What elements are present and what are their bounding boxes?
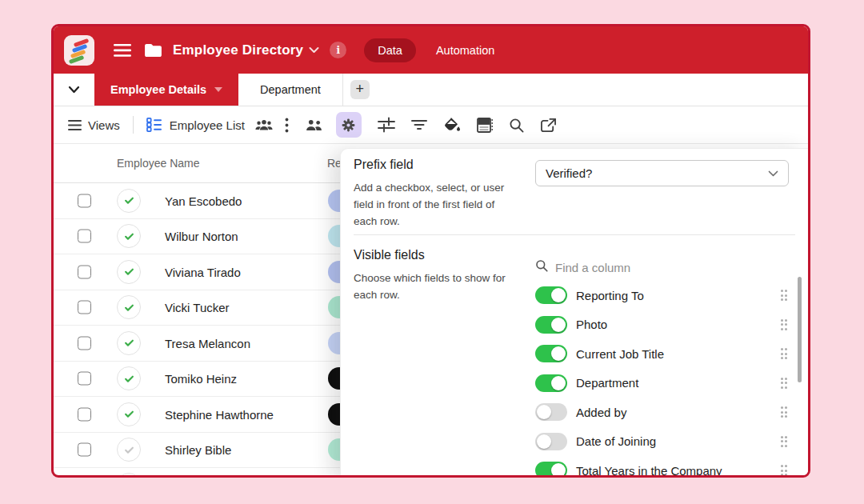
- verified-check-circle[interactable]: [117, 224, 141, 248]
- employee-name-cell[interactable]: Tomiko Heinz: [165, 372, 237, 386]
- verified-check-circle[interactable]: [117, 402, 141, 426]
- visible-field-row[interactable]: Photo: [535, 310, 800, 340]
- column-header-employee-name[interactable]: Employee Name: [117, 157, 200, 170]
- settings-gear-icon: [341, 118, 356, 133]
- visible-field-row[interactable]: Date of Joining: [535, 427, 800, 457]
- check-icon: [123, 302, 135, 314]
- drag-handle-icon[interactable]: [781, 319, 788, 330]
- fill-color-bucket-icon[interactable]: [443, 117, 461, 133]
- verified-check-circle[interactable]: [117, 473, 141, 478]
- check-icon: [123, 408, 135, 420]
- tab-dropdown-caret-icon[interactable]: [214, 87, 222, 92]
- workspace-title[interactable]: Employee Directory: [173, 42, 303, 58]
- drag-handle-icon[interactable]: [781, 378, 788, 389]
- toggle-knob: [551, 288, 566, 302]
- search-icon[interactable]: [509, 118, 524, 133]
- row-checkbox[interactable]: [78, 265, 91, 278]
- drag-handle-icon[interactable]: [781, 465, 788, 476]
- find-column-search[interactable]: [535, 255, 731, 279]
- main-menu-icon[interactable]: [114, 44, 131, 57]
- info-icon[interactable]: i: [330, 42, 346, 58]
- row-settings-sliders-icon[interactable]: [378, 117, 395, 133]
- field-label: Total Years in the Company: [576, 464, 781, 478]
- field-toggle[interactable]: [535, 316, 567, 334]
- field-toggle[interactable]: [535, 462, 567, 478]
- visible-field-row[interactable]: Current Job Title: [535, 339, 800, 369]
- row-checkbox[interactable]: [78, 372, 91, 386]
- verified-check-circle[interactable]: [117, 189, 141, 213]
- workspace-chevron-down-icon[interactable]: [309, 46, 319, 54]
- check-icon: [123, 230, 135, 242]
- toolbar-divider: [133, 116, 134, 134]
- drag-handle-icon[interactable]: [781, 436, 788, 447]
- row-checkbox[interactable]: [78, 336, 91, 350]
- employee-name-cell[interactable]: Vicki Tucker: [165, 301, 230, 314]
- views-label: Views: [88, 118, 120, 132]
- drag-handle-icon[interactable]: [781, 290, 788, 301]
- verified-check-circle[interactable]: [117, 260, 141, 284]
- employee-name-cell[interactable]: Wilbur Norton: [165, 230, 238, 243]
- row-checkbox[interactable]: [78, 230, 91, 243]
- row-checkbox[interactable]: [78, 194, 91, 207]
- field-toggle[interactable]: [535, 433, 567, 450]
- check-icon: [123, 444, 135, 456]
- sheet-tab-bar: Employee Details Department +: [54, 74, 808, 106]
- visible-field-row[interactable]: Reporting To: [535, 281, 800, 310]
- view-toolbar: Views Employee List: [54, 106, 808, 144]
- view-type-list-icon[interactable]: [146, 118, 162, 132]
- row-checkbox[interactable]: [78, 407, 91, 421]
- sheet-tab-label: Employee Details: [110, 83, 206, 96]
- panel-scrollbar[interactable]: [798, 277, 802, 382]
- nav-tab-data[interactable]: Data: [364, 38, 416, 62]
- row-customization-active-highlight[interactable]: [336, 112, 362, 138]
- employee-name-cell[interactable]: Yan Escobedo: [165, 194, 242, 207]
- visible-fields-description: Choose which fields to show for each row…: [354, 270, 520, 304]
- verified-check-circle[interactable]: [117, 438, 141, 462]
- nav-tab-automation[interactable]: Automation: [436, 44, 494, 57]
- field-toggle[interactable]: [535, 403, 567, 421]
- visible-field-row[interactable]: Total Years in the Company: [535, 456, 800, 478]
- drag-handle-icon[interactable]: [781, 348, 788, 359]
- visible-field-row[interactable]: Department: [535, 369, 800, 398]
- members-icon[interactable]: [305, 119, 323, 131]
- drag-handle-icon[interactable]: [781, 406, 788, 418]
- row-checkbox[interactable]: [78, 443, 91, 457]
- toggle-knob: [537, 434, 551, 449]
- verified-check-circle[interactable]: [117, 331, 141, 355]
- row-checkbox[interactable]: [78, 301, 91, 314]
- toggle-knob: [551, 346, 566, 361]
- share-icon[interactable]: [540, 118, 557, 133]
- prefix-field-title: Prefix field: [354, 158, 414, 172]
- visible-field-row[interactable]: Added by: [535, 398, 800, 427]
- check-icon: [123, 266, 135, 278]
- toggle-knob: [551, 318, 566, 332]
- field-toggle[interactable]: [535, 286, 567, 304]
- chevron-down-icon: [768, 170, 778, 177]
- view-name[interactable]: Employee List: [170, 118, 245, 132]
- verified-check-circle[interactable]: [117, 366, 141, 390]
- sheet-tab-department[interactable]: Department: [238, 74, 343, 106]
- find-column-input[interactable]: [555, 261, 731, 274]
- employee-name-cell[interactable]: Viviana Tirado: [165, 265, 241, 278]
- verified-check-circle[interactable]: [117, 295, 141, 319]
- field-toggle[interactable]: [535, 345, 567, 362]
- field-toggle[interactable]: [535, 374, 567, 392]
- row-height-card-icon[interactable]: [477, 118, 493, 133]
- field-label: Added by: [576, 406, 781, 419]
- sheet-tab-employee-details[interactable]: Employee Details: [94, 74, 238, 106]
- prefix-field-description: Add a checkbox, select, or user field in…: [354, 180, 520, 230]
- filter-icon[interactable]: [411, 119, 427, 130]
- employee-name-cell[interactable]: Stephine Hawthorne: [165, 407, 274, 421]
- more-options-kebab-icon[interactable]: [285, 118, 289, 133]
- main-area: Employee Name Reporting To Yan Escobedo …: [54, 144, 808, 475]
- collaborators-icon[interactable]: [254, 119, 274, 131]
- collapse-tabs-chevron-icon[interactable]: [54, 74, 94, 106]
- app-header: Employee Directory i Data Automation: [54, 26, 808, 74]
- toggle-knob: [551, 463, 566, 478]
- prefix-field-select[interactable]: Verified?: [535, 160, 789, 186]
- add-table-button[interactable]: +: [350, 80, 370, 99]
- app-logo[interactable]: [64, 35, 94, 66]
- employee-name-cell[interactable]: Tresa Melancon: [165, 336, 250, 350]
- employee-name-cell[interactable]: Shirley Bible: [165, 443, 231, 457]
- views-button[interactable]: Views: [68, 118, 120, 132]
